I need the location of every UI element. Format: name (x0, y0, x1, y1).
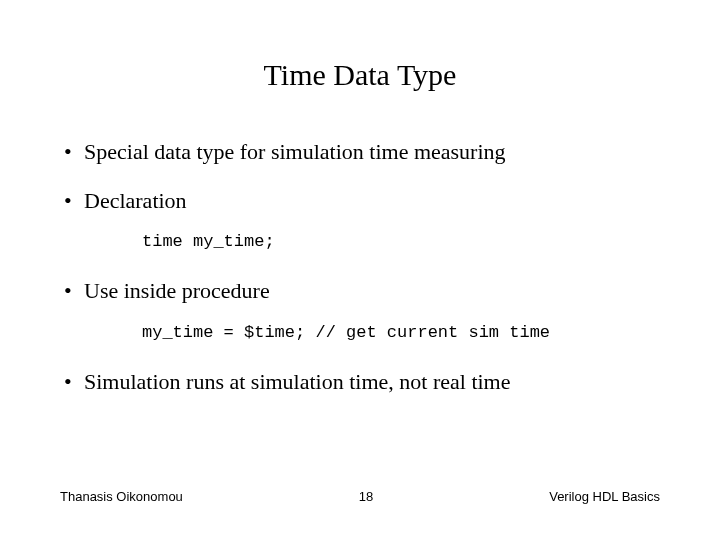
code-block: time my_time; (142, 231, 660, 253)
bullet-item: Special data type for simulation time me… (60, 138, 660, 167)
bullet-list: Special data type for simulation time me… (60, 138, 660, 397)
bullet-item: Simulation runs at simulation time, not … (60, 368, 660, 397)
bullet-text: Simulation runs at simulation time, not … (84, 369, 511, 394)
code-block: my_time = $time; // get current sim time (142, 322, 660, 344)
slide-title: Time Data Type (60, 58, 660, 92)
footer-author: Thanasis Oikonomou (60, 489, 183, 504)
bullet-text: Declaration (84, 188, 187, 213)
bullet-text: Use inside procedure (84, 278, 270, 303)
footer-topic: Verilog HDL Basics (549, 489, 660, 504)
slide-footer: Thanasis Oikonomou 18 Verilog HDL Basics (0, 489, 720, 504)
bullet-item: Use inside procedure my_time = $time; //… (60, 277, 660, 344)
bullet-item: Declaration time my_time; (60, 187, 660, 254)
bullet-text: Special data type for simulation time me… (84, 139, 506, 164)
footer-page-number: 18 (359, 489, 373, 504)
